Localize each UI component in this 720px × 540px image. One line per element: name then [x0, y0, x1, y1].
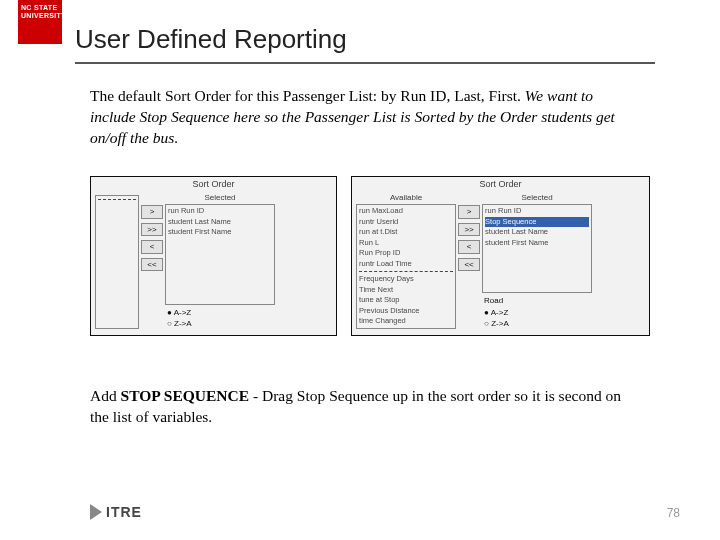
- list-item[interactable]: Run L: [359, 238, 453, 249]
- radio-desc[interactable]: Z->A: [484, 318, 592, 329]
- move-buttons: > >> < <<: [458, 193, 480, 329]
- available-list[interactable]: [95, 195, 139, 329]
- list-item[interactable]: student Last Name: [168, 217, 272, 228]
- instruction-bold: STOP SEQUENCE: [121, 387, 250, 404]
- available-col: Available run MaxLoad runtr Userid run a…: [356, 193, 456, 329]
- arrow-icon: [90, 504, 102, 520]
- list-item[interactable]: run at t.Dist: [359, 227, 453, 238]
- list-item[interactable]: student Last Name: [485, 227, 589, 238]
- itre-logo: ITRE: [90, 504, 142, 520]
- list-item[interactable]: student First Name: [485, 238, 589, 249]
- instruction-text: Add STOP SEQUENCE - Drag Stop Sequence u…: [90, 386, 630, 428]
- intro-text: The default Sort Order for this Passenge…: [90, 86, 630, 149]
- available-header: Available: [356, 193, 456, 202]
- move-left-button[interactable]: <: [141, 240, 163, 254]
- radio-desc[interactable]: Z->A: [167, 318, 275, 329]
- move-all-left-button[interactable]: <<: [141, 258, 163, 272]
- selected-header: Selected: [482, 193, 592, 202]
- instruction-lead: Add: [90, 387, 121, 404]
- move-all-right-button[interactable]: >>: [458, 223, 480, 237]
- logo-line1: NC STATE: [21, 4, 59, 12]
- sort-order-panel-after: Sort Order Available run MaxLoad runtr U…: [351, 176, 650, 336]
- title-underline: [75, 62, 655, 64]
- radio-asc[interactable]: A->Z: [167, 307, 275, 318]
- move-all-left-button[interactable]: <<: [458, 258, 480, 272]
- list-item[interactable]: Frequency Days: [359, 274, 453, 285]
- list-item[interactable]: student First Name: [168, 227, 272, 238]
- list-item[interactable]: run Run ID: [168, 206, 272, 217]
- selected-col: Selected run Run ID student Last Name st…: [165, 193, 275, 329]
- list-item[interactable]: Previous Distance: [359, 306, 453, 317]
- selected-header: Selected: [165, 193, 275, 202]
- ncstate-logo: NC STATE UNIVERSITY: [18, 0, 62, 44]
- panel-title: Sort Order: [91, 177, 336, 191]
- sort-direction-radios: Road A->Z Z->A: [482, 293, 592, 329]
- screenshot-panels: Sort Order > >> < << Selected run Run ID…: [90, 176, 650, 344]
- selected-col: Selected run Run ID Stop Sequence studen…: [482, 193, 592, 329]
- page-number: 78: [667, 506, 680, 520]
- list-item[interactable]: Time Next: [359, 285, 453, 296]
- list-item[interactable]: runtr Userid: [359, 217, 453, 228]
- move-right-button[interactable]: >: [458, 205, 480, 219]
- list-item[interactable]: time Changed: [359, 316, 453, 327]
- available-col: [95, 193, 139, 329]
- move-buttons: > >> < <<: [141, 193, 163, 329]
- selected-list[interactable]: run Run ID Stop Sequence student Last Na…: [482, 204, 592, 293]
- list-item-selected[interactable]: Stop Sequence: [485, 217, 589, 228]
- list-item[interactable]: Run Prop ID: [359, 248, 453, 259]
- intro-plain: The default Sort Order for this Passenge…: [90, 87, 525, 104]
- move-right-button[interactable]: >: [141, 205, 163, 219]
- footer-logo-text: ITRE: [106, 504, 142, 520]
- logo-line2: UNIVERSITY: [21, 12, 59, 20]
- sort-direction-radios: A->Z Z->A: [165, 305, 275, 329]
- list-item[interactable]: run Run ID: [485, 206, 589, 217]
- available-list[interactable]: run MaxLoad runtr Userid run at t.Dist R…: [356, 204, 456, 329]
- list-item[interactable]: run MaxLoad: [359, 206, 453, 217]
- dashed-line: [98, 199, 136, 200]
- slide-title: User Defined Reporting: [75, 24, 347, 55]
- radio-asc[interactable]: A->Z: [484, 307, 592, 318]
- sort-order-panel-before: Sort Order > >> < << Selected run Run ID…: [90, 176, 337, 336]
- list-item[interactable]: tune at Stop: [359, 295, 453, 306]
- list-item[interactable]: runtr Load Time: [359, 259, 453, 270]
- panel-title: Sort Order: [352, 177, 649, 191]
- move-all-right-button[interactable]: >>: [141, 223, 163, 237]
- selected-list[interactable]: run Run ID student Last Name student Fir…: [165, 204, 275, 305]
- radios-label: Road: [484, 295, 592, 306]
- dashed-line: [359, 271, 453, 272]
- move-left-button[interactable]: <: [458, 240, 480, 254]
